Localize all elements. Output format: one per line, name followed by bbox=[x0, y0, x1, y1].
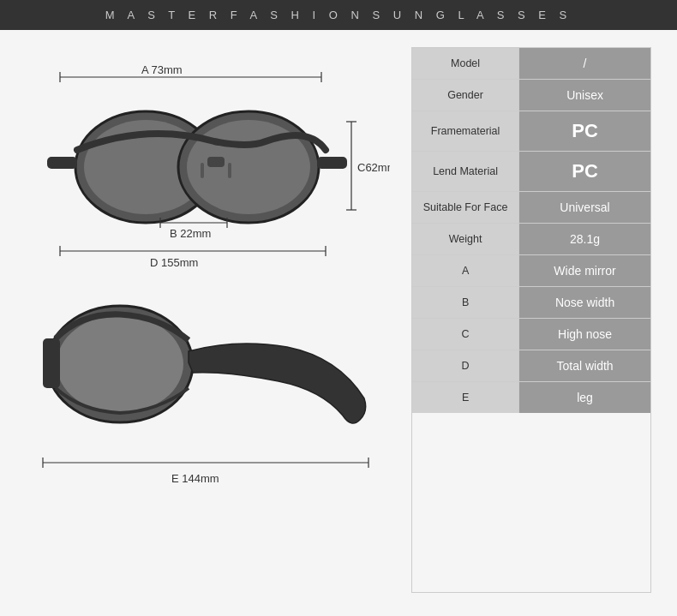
spec-label-2: Framematerial bbox=[412, 111, 519, 151]
measurement-a-label: A 73mm bbox=[141, 63, 183, 76]
spec-row-0: Model/ bbox=[412, 48, 650, 80]
front-view-diagram: A 73mm bbox=[30, 56, 390, 278]
spec-row-8: CHigh nose bbox=[412, 319, 650, 350]
svg-rect-7 bbox=[207, 157, 225, 167]
spec-row-10: Eleg bbox=[412, 382, 650, 413]
specs-table: Model/GenderUnisexFramematerialPCLend Ma… bbox=[411, 47, 651, 593]
spec-value-10: leg bbox=[519, 382, 650, 413]
spec-row-9: DTotal width bbox=[412, 350, 650, 382]
spec-row-1: GenderUnisex bbox=[412, 80, 650, 111]
svg-rect-8 bbox=[201, 163, 204, 178]
side-view-svg: E 144mm bbox=[30, 287, 398, 493]
diagram-section: A 73mm bbox=[26, 47, 394, 593]
spec-row-5: Weight28.1g bbox=[412, 224, 650, 255]
svg-rect-23 bbox=[43, 338, 60, 388]
spec-row-6: AWide mirror bbox=[412, 255, 650, 287]
spec-label-7: B bbox=[412, 287, 519, 318]
spec-row-7: BNose width bbox=[412, 287, 650, 319]
spec-value-5: 28.1g bbox=[519, 224, 650, 254]
spec-label-1: Gender bbox=[412, 80, 519, 111]
spec-value-9: Total width bbox=[519, 350, 650, 381]
spec-value-0: / bbox=[519, 48, 650, 79]
spec-value-2: PC bbox=[519, 111, 650, 151]
main-content: A 73mm bbox=[0, 30, 677, 610]
spec-value-4: Universal bbox=[519, 192, 650, 223]
spec-label-9: D bbox=[412, 350, 519, 381]
spec-value-6: Wide mirror bbox=[519, 255, 650, 286]
svg-point-22 bbox=[57, 315, 183, 413]
svg-rect-10 bbox=[47, 157, 77, 169]
spec-label-6: A bbox=[412, 255, 519, 286]
side-view-diagram: E 144mm bbox=[30, 287, 390, 493]
spec-value-8: High nose bbox=[519, 319, 650, 350]
measurement-e-label: E 144mm bbox=[171, 472, 219, 485]
spec-value-7: Nose width bbox=[519, 287, 650, 318]
svg-rect-9 bbox=[228, 163, 231, 178]
measurement-c-label: C62mm bbox=[357, 161, 390, 174]
measurement-d-label: D 155mm bbox=[150, 256, 198, 269]
spec-label-3: Lend Material bbox=[412, 152, 519, 191]
spec-row-2: FramematerialPC bbox=[412, 111, 650, 152]
header-title: M A S T E R F A S H I O N S U N G L A S … bbox=[105, 9, 572, 21]
measurement-b-label: B 22mm bbox=[170, 227, 211, 240]
spec-label-4: Suitable For Face bbox=[412, 192, 519, 223]
site-header: M A S T E R F A S H I O N S U N G L A S … bbox=[0, 0, 677, 30]
spec-label-5: Weight bbox=[412, 224, 519, 254]
spec-label-10: E bbox=[412, 382, 519, 413]
spec-label-8: C bbox=[412, 319, 519, 350]
front-view-svg: A 73mm bbox=[30, 56, 390, 278]
spec-label-0: Model bbox=[412, 48, 519, 79]
spec-value-1: Unisex bbox=[519, 80, 650, 111]
spec-row-4: Suitable For FaceUniversal bbox=[412, 192, 650, 224]
spec-row-3: Lend MaterialPC bbox=[412, 152, 650, 192]
spec-value-3: PC bbox=[519, 152, 650, 191]
svg-rect-11 bbox=[317, 157, 347, 169]
